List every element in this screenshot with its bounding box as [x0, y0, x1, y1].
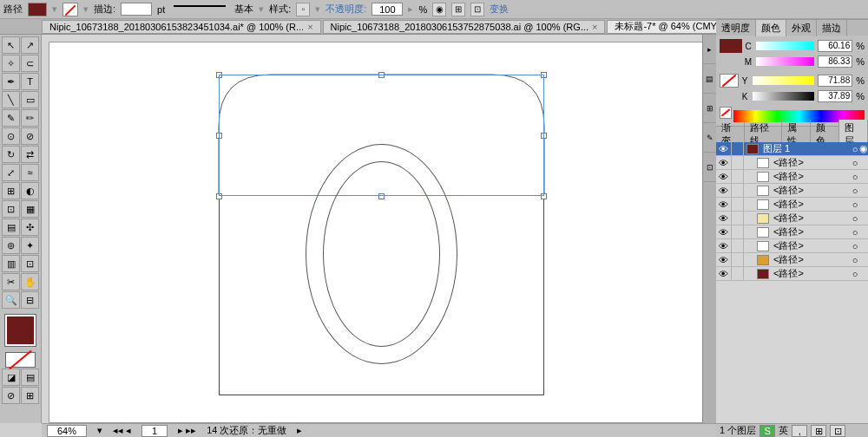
shape-builder-tool[interactable]: ◐ — [21, 182, 39, 199]
stroke-width-input[interactable] — [121, 3, 152, 16]
visibility-icon[interactable]: 👁 — [716, 239, 732, 252]
recolor-icon[interactable]: ◉ — [432, 3, 446, 16]
visibility-icon[interactable]: 👁 — [716, 142, 732, 155]
lasso-tool[interactable]: ⊂ — [21, 55, 39, 72]
hand-tool[interactable]: ✋ — [21, 273, 39, 290]
k-value[interactable]: 37.89 — [818, 90, 852, 102]
layer-row[interactable]: 👁<路径>○ — [716, 198, 868, 212]
y-value[interactable]: 71.88 — [818, 75, 852, 87]
fill-swatch-big[interactable] — [5, 315, 36, 346]
none-swatch[interactable] — [720, 107, 732, 119]
target-icon[interactable]: ○ — [851, 186, 859, 196]
lock-slot[interactable] — [732, 198, 744, 211]
stroke-swatch-big[interactable] — [5, 352, 36, 368]
gradient-mode[interactable]: ▤ — [21, 369, 39, 386]
pencil-tool[interactable]: ✏ — [21, 109, 39, 127]
rectangle-tool[interactable]: ▭ — [21, 91, 39, 108]
doc-tab-1[interactable]: Nipic_10673188_20180306153823451034.ai* … — [42, 20, 321, 34]
select-icon[interactable]: ◉ — [859, 143, 868, 154]
dock-icon[interactable]: ▸ — [703, 35, 716, 64]
lock-slot[interactable] — [732, 253, 744, 266]
gradient-tool[interactable]: ▤ — [2, 218, 20, 236]
target-icon[interactable]: ○ — [851, 227, 859, 238]
dock-icon[interactable]: ⊡ — [703, 153, 716, 182]
ime-icon[interactable]: S — [760, 425, 775, 437]
pen-tool[interactable]: ✒ — [2, 73, 20, 90]
layer-row[interactable]: 👁图层 1○◉ — [716, 142, 868, 156]
y-slider[interactable] — [753, 76, 814, 85]
tab-appearance[interactable]: 外观 — [786, 20, 817, 36]
blob-brush-tool[interactable]: ⊙ — [2, 127, 20, 145]
layer-row[interactable]: 👁<路径>○ — [716, 156, 868, 170]
zoom-tool[interactable]: 🔍 — [2, 291, 20, 309]
style-dropdown[interactable]: ▫ — [296, 3, 310, 16]
page-input[interactable]: 1 — [141, 425, 168, 437]
layer-row[interactable]: 👁<路径>○ — [716, 212, 868, 225]
target-icon[interactable]: ○ — [851, 269, 859, 279]
free-transform-tool[interactable]: ⊞ — [2, 182, 20, 199]
status-icon[interactable]: , — [792, 425, 807, 437]
align-icon[interactable]: ⊞ — [451, 3, 465, 16]
visibility-icon[interactable]: 👁 — [716, 253, 732, 266]
target-icon[interactable]: ○ — [851, 241, 859, 251]
stroke-swatch-none[interactable] — [62, 3, 78, 16]
brush-preview[interactable] — [174, 5, 226, 14]
selection-tool[interactable]: ↖ — [2, 36, 20, 54]
magic-wand-tool[interactable]: ✧ — [2, 55, 20, 72]
eyedropper-tool[interactable]: ✣ — [21, 218, 39, 236]
target-icon[interactable]: ○ — [851, 255, 859, 265]
layer-row[interactable]: 👁<路径>○ — [716, 184, 868, 198]
slice-tool[interactable]: ✂ — [2, 273, 20, 290]
visibility-icon[interactable]: 👁 — [716, 212, 732, 225]
opacity-input[interactable] — [372, 3, 403, 16]
c-slider[interactable] — [756, 42, 814, 50]
lock-slot[interactable] — [732, 142, 744, 155]
lock-slot[interactable] — [732, 170, 744, 183]
lock-slot[interactable] — [732, 156, 744, 169]
layer-row[interactable]: 👁<路径>○ — [716, 225, 868, 239]
type-tool[interactable]: T — [21, 73, 39, 90]
visibility-icon[interactable]: 👁 — [716, 225, 732, 238]
line-tool[interactable]: ╲ — [2, 91, 20, 108]
m-value[interactable]: 86.33 — [818, 55, 852, 68]
visibility-icon[interactable]: 👁 — [716, 267, 732, 280]
k-slider[interactable] — [753, 92, 814, 101]
tab-stroke[interactable]: 描边 — [817, 20, 847, 36]
layer-row[interactable]: 👁<路径>○ — [716, 253, 868, 267]
perspective-tool[interactable]: ⊡ — [2, 200, 20, 218]
rotate-tool[interactable]: ↻ — [2, 146, 20, 163]
layer-row[interactable]: 👁<路径>○ — [716, 267, 868, 281]
fill-swatch[interactable] — [28, 3, 47, 16]
target-icon[interactable]: ○ — [851, 158, 859, 168]
lock-slot[interactable] — [732, 212, 744, 225]
scale-tool[interactable]: ⤢ — [2, 164, 20, 181]
dock-icon[interactable]: ▤ — [703, 64, 716, 94]
canvas[interactable] — [49, 42, 709, 423]
tab-color[interactable]: 颜色 — [756, 20, 786, 36]
m-slider[interactable] — [756, 57, 814, 66]
transform-icon[interactable]: ⊡ — [470, 3, 484, 16]
color-mode[interactable]: ◪ — [2, 369, 20, 386]
target-icon[interactable]: ○ — [851, 172, 859, 182]
lock-slot[interactable] — [732, 239, 744, 252]
dock-icon[interactable]: ✎ — [703, 123, 716, 153]
reflect-tool[interactable]: ⇄ — [21, 146, 39, 163]
artboard-tool[interactable]: ⊡ — [21, 255, 39, 272]
doc-tab-2[interactable]: Nipic_10673188_20180306153752875038.ai @… — [323, 20, 606, 34]
c-value[interactable]: 60.16 — [818, 40, 852, 52]
visibility-icon[interactable]: 👁 — [716, 170, 732, 183]
dock-icon[interactable]: ⊞ — [703, 94, 716, 123]
stroke-preview[interactable] — [720, 74, 739, 88]
visibility-icon[interactable]: 👁 — [716, 198, 732, 211]
width-tool[interactable]: ≈ — [21, 164, 39, 181]
lock-slot[interactable] — [732, 184, 744, 197]
screen-mode[interactable]: ⊞ — [21, 387, 39, 404]
transform-link[interactable]: 变换 — [490, 3, 509, 16]
lock-slot[interactable] — [732, 267, 744, 280]
column-graph-tool[interactable]: ▥ — [2, 255, 20, 272]
brush-tool[interactable]: ✎ — [2, 109, 20, 127]
visibility-icon[interactable]: 👁 — [716, 184, 732, 197]
zoom-display[interactable]: 64% — [47, 425, 87, 437]
fill-preview[interactable] — [720, 39, 742, 53]
mesh-tool[interactable]: ▦ — [21, 200, 39, 218]
